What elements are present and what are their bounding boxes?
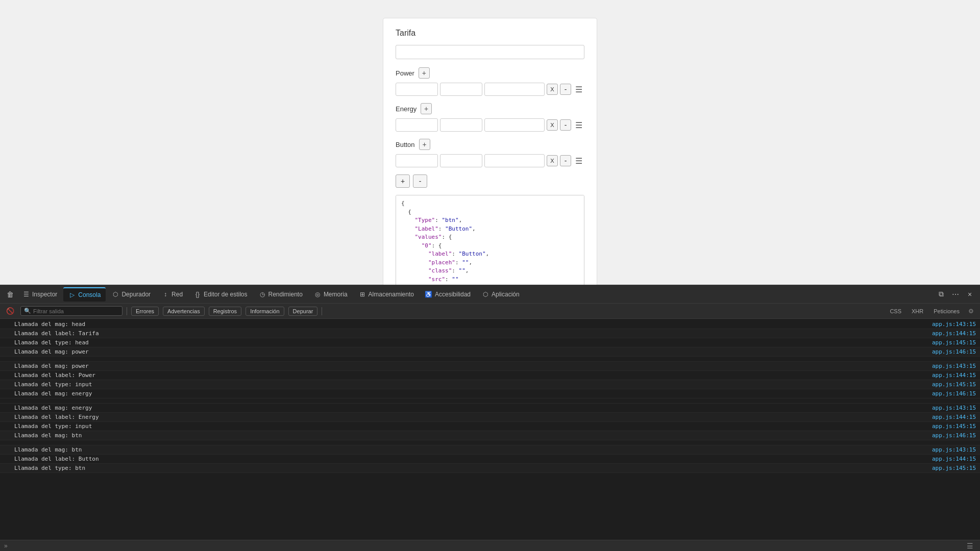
console-link[interactable]: app.js:145:15 [932, 423, 976, 430]
button-add-button[interactable]: + [419, 139, 430, 150]
tab-memoria[interactable]: ◎ Memoria [309, 287, 353, 302]
console-text: Llamada del type: btn [14, 465, 85, 471]
energy-input-3[interactable] [484, 118, 545, 132]
close-devtools-button[interactable]: × [964, 288, 976, 300]
tarifa-input[interactable] [396, 45, 584, 59]
tab-red[interactable]: ↕ Red [157, 287, 188, 302]
tab-almacenamiento[interactable]: ⊞ Almacenamiento [354, 287, 419, 302]
console-text: Llamada del mag: power [14, 363, 89, 369]
console-link[interactable]: app.js:145:15 [932, 339, 976, 346]
energy-menu-button[interactable]: ☰ [573, 119, 584, 131]
rendimiento-icon: ◷ [259, 291, 266, 298]
console-link[interactable]: app.js:143:15 [932, 363, 976, 369]
console-settings-icon[interactable]: ☰ [964, 540, 976, 552]
console-empty-row [0, 357, 980, 362]
energy-minus-button[interactable]: - [560, 119, 571, 131]
tab-consola[interactable]: ▷ Consola [63, 287, 106, 302]
console-empty-row [0, 440, 980, 445]
console-text: Llamada del label: Power [14, 372, 95, 379]
energy-x-button[interactable]: X [547, 119, 558, 131]
console-link[interactable]: app.js:146:15 [932, 390, 976, 397]
expand-icon[interactable]: » [4, 542, 8, 549]
console-row: Llamada del mag: head app.js:143:15 [0, 320, 980, 329]
aplicacion-tab-label: Aplicación [492, 291, 520, 298]
consola-icon: ▷ [68, 291, 76, 298]
devtools-right-buttons: ⧉ ⋯ × [935, 288, 976, 300]
console-row: Llamada del mag: energy app.js:146:15 [0, 389, 980, 398]
inspector-tab-label: Inspector [32, 291, 57, 298]
tab-accesibilidad[interactable]: ♿ Accesibilidad [420, 287, 476, 302]
console-link[interactable]: app.js:145:15 [932, 465, 976, 471]
console-row: Llamada del type: head app.js:145:15 [0, 338, 980, 347]
aplicacion-icon: ⬡ [482, 291, 489, 298]
console-link[interactable]: app.js:146:15 [932, 432, 976, 439]
json-preview: { { "Type": "btn", "Label": "Button", "v… [396, 195, 584, 297]
filter-icon: 🔍 [24, 308, 31, 314]
button-row: X - ☰ [396, 154, 584, 167]
tab-rendimiento[interactable]: ◷ Rendimiento [254, 287, 308, 302]
info-filter-button[interactable]: Información [246, 307, 284, 316]
power-input-3[interactable] [484, 83, 545, 96]
dock-button[interactable]: ⧉ [935, 288, 947, 300]
console-row: Llamada del mag: btn app.js:143:15 [0, 445, 980, 455]
main-card: Tarifa Power + X - ☰ Energy + X - ☰ [383, 18, 597, 308]
editor-icon: {} [194, 291, 201, 298]
tab-editor-estilos[interactable]: {} Editor de estilos [189, 287, 252, 302]
clear-console-button[interactable]: 🚫 [4, 305, 16, 317]
power-add-button[interactable]: + [419, 67, 430, 79]
console-row: Llamada del label: Button app.js:144:15 [0, 455, 980, 464]
button-input-2[interactable] [440, 154, 482, 167]
power-input-2[interactable] [440, 83, 482, 96]
filter-separator [127, 307, 127, 315]
console-link[interactable]: app.js:146:15 [932, 348, 976, 355]
energy-input-2[interactable] [440, 118, 482, 132]
almacenamiento-icon: ⊞ [359, 291, 366, 298]
console-text: Llamada del mag: power [14, 348, 89, 355]
console-link[interactable]: app.js:145:15 [932, 381, 976, 388]
tab-inspector[interactable]: ☰ Inspector [17, 287, 62, 302]
console-text: Llamada del mag: btn [14, 446, 82, 453]
console-link[interactable]: app.js:143:15 [932, 405, 976, 411]
errors-filter-button[interactable]: Errores [131, 307, 159, 316]
power-x-button[interactable]: X [547, 84, 558, 95]
filter-input[interactable] [33, 308, 119, 314]
console-empty-row [0, 398, 980, 404]
button-input-1[interactable] [396, 154, 438, 167]
console-row: Llamada del mag: btn app.js:146:15 [0, 431, 980, 440]
xhr-filter-button[interactable]: XHR [908, 307, 927, 315]
rendimiento-tab-label: Rendimiento [268, 291, 303, 298]
global-add-button[interactable]: + [396, 174, 410, 188]
console-link[interactable]: app.js:144:15 [932, 414, 976, 420]
button-x-button[interactable]: X [547, 155, 558, 166]
tab-aplicacion[interactable]: ⬡ Aplicación [477, 287, 525, 302]
warnings-filter-button[interactable]: Advertencias [163, 307, 205, 316]
console-link[interactable]: app.js:144:15 [932, 330, 976, 337]
css-filter-button[interactable]: CSS [886, 307, 905, 315]
console-link[interactable]: app.js:144:15 [932, 372, 976, 379]
power-minus-button[interactable]: - [560, 84, 571, 95]
button-minus-button[interactable]: - [560, 155, 571, 166]
peticiones-filter-button[interactable]: Peticiones [929, 307, 964, 315]
energy-input-1[interactable] [396, 118, 438, 132]
filter-input-container: 🔍 [20, 306, 122, 316]
console-link[interactable]: app.js:143:15 [932, 446, 976, 453]
power-input-1[interactable] [396, 83, 438, 96]
console-link[interactable]: app.js:144:15 [932, 456, 976, 462]
debug-filter-button[interactable]: Depurar [288, 307, 318, 316]
button-input-3[interactable] [484, 154, 545, 167]
logs-filter-button[interactable]: Registros [209, 307, 241, 316]
console-text: Llamada del mag: btn [14, 432, 82, 439]
button-menu-button[interactable]: ☰ [573, 155, 584, 166]
console-settings-button[interactable]: ⚙ [966, 306, 976, 316]
console-link[interactable]: app.js:143:15 [932, 321, 976, 328]
power-menu-button[interactable]: ☰ [573, 84, 584, 95]
card-title: Tarifa [396, 29, 584, 38]
more-options-button[interactable]: ⋯ [949, 288, 962, 300]
trash-icon[interactable]: 🗑 [4, 288, 16, 300]
tab-depurador[interactable]: ⬡ Depurador [107, 287, 156, 302]
energy-add-button[interactable]: + [421, 103, 432, 114]
accesibilidad-tab-label: Accesibilidad [435, 291, 471, 298]
console-text: Llamada del label: Tarifa [14, 330, 99, 337]
global-minus-button[interactable]: - [413, 174, 427, 188]
console-row: Llamada del mag: energy app.js:143:15 [0, 404, 980, 413]
